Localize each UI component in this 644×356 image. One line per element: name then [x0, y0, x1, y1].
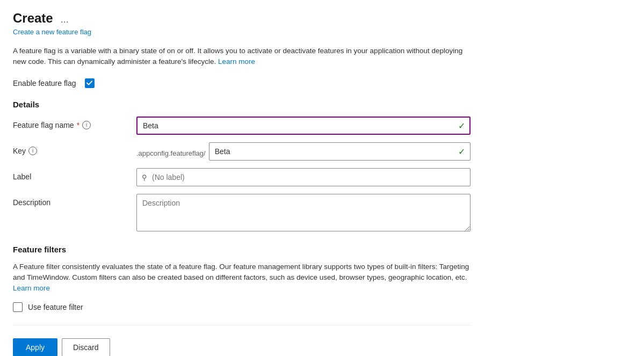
- key-row: Key i .appconfig.featureflag/ ✓: [13, 142, 471, 161]
- label-input[interactable]: [136, 168, 471, 186]
- feature-filters-section-title: Feature filters: [13, 245, 471, 254]
- key-input-wrapper: .appconfig.featureflag/ ✓: [136, 142, 471, 161]
- page-title: Create: [13, 11, 53, 26]
- label-input-wrapper: ⚲: [136, 168, 471, 186]
- discard-button[interactable]: Discard: [62, 338, 110, 356]
- enable-feature-flag-row: Enable feature flag: [13, 78, 471, 88]
- label-row: Label ⚲: [13, 168, 471, 186]
- key-info-icon[interactable]: i: [28, 147, 37, 155]
- details-section-title: Details: [13, 100, 471, 109]
- feature-flag-name-input[interactable]: [136, 117, 471, 135]
- label-label: Label: [13, 168, 136, 181]
- action-divider: [13, 325, 471, 325]
- description-input-wrapper: [136, 194, 471, 233]
- feature-filters-description: A Feature filter consistently evaluates …: [13, 261, 471, 294]
- key-field-container: ✓: [209, 142, 471, 161]
- enable-feature-flag-checkbox[interactable]: [85, 78, 95, 88]
- description-input[interactable]: [136, 194, 471, 231]
- page-container: Create ... Create a new feature flag A f…: [0, 0, 483, 356]
- feature-flag-name-label: Feature flag name * i: [13, 117, 136, 129]
- action-bar: Apply Discard: [13, 334, 471, 356]
- learn-more-link-2[interactable]: Learn more: [13, 284, 50, 292]
- feature-flag-name-input-container: ✓: [136, 117, 471, 135]
- feature-flag-name-info-icon[interactable]: i: [82, 121, 91, 129]
- use-feature-filter-checkbox[interactable]: [13, 302, 23, 312]
- feature-flag-name-check-icon: ✓: [458, 120, 465, 130]
- description-label: Description: [13, 194, 136, 207]
- key-check-icon: ✓: [458, 146, 465, 156]
- feature-flag-name-input-wrapper: ✓: [136, 117, 471, 135]
- key-input[interactable]: [209, 142, 471, 161]
- header-row: Create ...: [13, 11, 471, 26]
- description-text: A feature flag is a variable with a bina…: [13, 46, 471, 68]
- key-input-container: .appconfig.featureflag/ ✓: [136, 142, 471, 161]
- label-search-icon: ⚲: [142, 173, 147, 181]
- learn-more-link-1[interactable]: Learn more: [218, 57, 255, 66]
- use-feature-filter-row: Use feature filter: [13, 302, 471, 312]
- key-prefix: .appconfig.featureflag/: [136, 145, 209, 157]
- more-options-button[interactable]: ...: [61, 14, 69, 25]
- key-label: Key i: [13, 142, 136, 155]
- description-row: Description: [13, 194, 471, 233]
- subtitle-link[interactable]: Create a new feature flag: [13, 28, 471, 36]
- use-feature-filter-label: Use feature filter: [28, 303, 83, 311]
- apply-button[interactable]: Apply: [13, 338, 57, 356]
- required-star: *: [77, 121, 79, 129]
- enable-feature-flag-label: Enable feature flag: [13, 79, 76, 88]
- label-field-container: ⚲: [136, 168, 471, 186]
- feature-flag-name-row: Feature flag name * i ✓: [13, 117, 471, 135]
